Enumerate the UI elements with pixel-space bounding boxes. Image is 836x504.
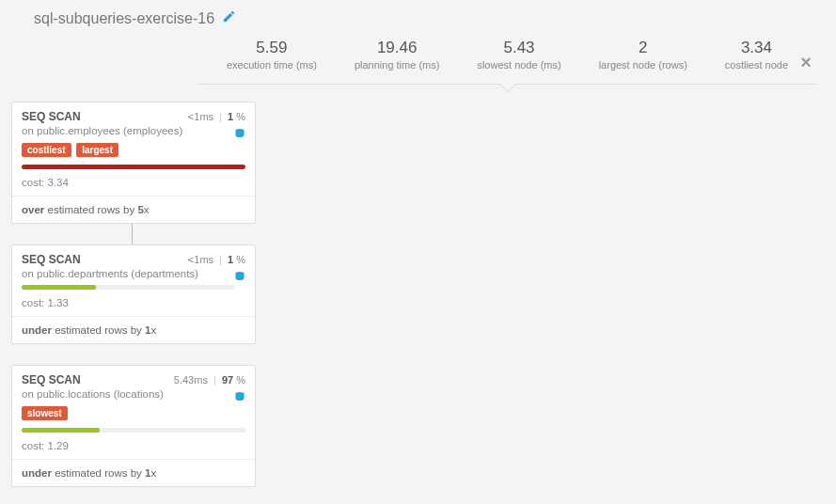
- node-time: <1: [188, 111, 200, 122]
- node-operation: SEQ SCAN: [22, 253, 81, 266]
- divider-icon: |: [213, 374, 216, 386]
- node-header: SEQ SCAN <1ms | 1 %: [22, 110, 245, 123]
- node-connector: [132, 224, 133, 244]
- estimate-text: estimated rows by: [52, 324, 145, 336]
- estimate-direction: under: [22, 324, 52, 336]
- node-time: <1: [188, 254, 200, 265]
- stat-value: 5.59: [227, 39, 317, 57]
- page-title-row: sql-subqueries-exercise-16: [0, 0, 836, 35]
- node-metrics: <1ms | 1 %: [188, 111, 245, 122]
- stat-label: execution time (ms): [227, 59, 317, 71]
- plan-nodes: SEQ SCAN <1ms | 1 % on public.employees …: [0, 102, 836, 487]
- stat-value: 5.43: [477, 39, 560, 57]
- estimate-text: estimated rows by: [44, 204, 137, 215]
- database-icon[interactable]: [234, 270, 245, 286]
- tag-slowest: slowest: [22, 406, 68, 420]
- close-icon[interactable]: ×: [800, 52, 812, 73]
- node-estimate: under estimated rows by 1x: [22, 324, 245, 336]
- node-time-unit: ms: [199, 254, 213, 265]
- estimate-factor: 5: [137, 204, 143, 215]
- divider-icon: |: [219, 111, 222, 122]
- database-icon[interactable]: [234, 390, 245, 406]
- node-cost: cost: 1.33: [22, 297, 245, 308]
- cost-label: cost:: [22, 440, 44, 451]
- node-target: on public.departments (departments): [22, 268, 245, 279]
- node-header: SEQ SCAN 5.43ms | 97 %: [22, 373, 245, 386]
- stat-value: 19.46: [355, 39, 439, 57]
- stat-label: largest node (rows): [599, 59, 687, 71]
- progress-fill: [22, 285, 96, 290]
- edit-icon[interactable]: [222, 9, 236, 27]
- cost-value: 1.33: [48, 297, 69, 308]
- node-time: 5.43: [174, 374, 194, 386]
- stat-planning-time[interactable]: 19.46 planning time (ms): [355, 39, 439, 71]
- node-cost: cost: 3.34: [22, 177, 245, 188]
- estimate-text: estimated rows by: [52, 467, 145, 479]
- node-target: on public.employees (employees): [22, 125, 245, 136]
- node-percent: 97: [222, 374, 233, 386]
- node-time-unit: ms: [194, 374, 208, 386]
- divider: [12, 196, 255, 197]
- stats-bar: 5.59 execution time (ms) 19.46 planning …: [197, 39, 817, 85]
- caret-down-icon: [499, 77, 515, 93]
- node-target: on public.locations (locations): [22, 388, 245, 400]
- node-cost: cost: 1.29: [22, 440, 245, 451]
- node-operation: SEQ SCAN: [22, 110, 81, 123]
- node-tags: slowest: [22, 405, 245, 420]
- stat-value: 3.34: [725, 39, 788, 57]
- progress-fill: [22, 165, 245, 169]
- cost-value: 1.29: [48, 440, 69, 451]
- node-header: SEQ SCAN <1ms | 1 %: [22, 253, 245, 266]
- stat-costliest-node[interactable]: 3.34 costliest node: [725, 39, 788, 71]
- progress-bar: [22, 285, 234, 290]
- estimate-direction: over: [22, 204, 44, 215]
- stat-value: 2: [599, 39, 687, 57]
- estimate-direction: under: [22, 467, 52, 479]
- stat-slowest-node[interactable]: 5.43 slowest node (ms): [477, 39, 560, 71]
- stat-label: costliest node: [725, 59, 788, 71]
- node-estimate: under estimated rows by 1x: [22, 467, 245, 479]
- stat-largest-node[interactable]: 2 largest node (rows): [599, 39, 687, 71]
- stat-label: planning time (ms): [355, 59, 439, 71]
- node-metrics: <1ms | 1 %: [188, 254, 245, 265]
- node-metrics: 5.43ms | 97 %: [174, 374, 245, 386]
- divider-icon: |: [219, 254, 222, 265]
- plan-node-card[interactable]: SEQ SCAN <1ms | 1 % on public.employees …: [11, 102, 256, 224]
- estimate-factor: 1: [145, 467, 150, 479]
- page-title: sql-subqueries-exercise-16: [34, 10, 214, 27]
- divider: [12, 459, 255, 460]
- cost-label: cost:: [22, 177, 44, 188]
- node-percent: 1: [228, 254, 233, 265]
- node-tags: costliest largest: [22, 142, 245, 157]
- progress-bar: [22, 165, 245, 169]
- node-time-unit: ms: [199, 111, 213, 122]
- node-percent: 1: [228, 111, 233, 122]
- cost-value: 3.34: [48, 177, 69, 188]
- progress-fill: [22, 428, 100, 433]
- node-estimate: over estimated rows by 5x: [22, 204, 245, 215]
- divider: [12, 316, 255, 317]
- plan-node-card[interactable]: SEQ SCAN 5.43ms | 97 % on public.locatio…: [11, 365, 256, 487]
- plan-node-card[interactable]: SEQ SCAN <1ms | 1 % on public.department…: [11, 244, 256, 344]
- stat-execution-time[interactable]: 5.59 execution time (ms): [227, 39, 317, 71]
- tag-largest: largest: [76, 143, 118, 157]
- progress-bar: [22, 428, 245, 433]
- estimate-factor: 1: [145, 324, 150, 336]
- node-operation: SEQ SCAN: [22, 373, 81, 386]
- database-icon[interactable]: [234, 127, 245, 143]
- stat-label: slowest node (ms): [477, 59, 560, 71]
- tag-costliest: costliest: [22, 143, 71, 157]
- cost-label: cost:: [22, 297, 44, 308]
